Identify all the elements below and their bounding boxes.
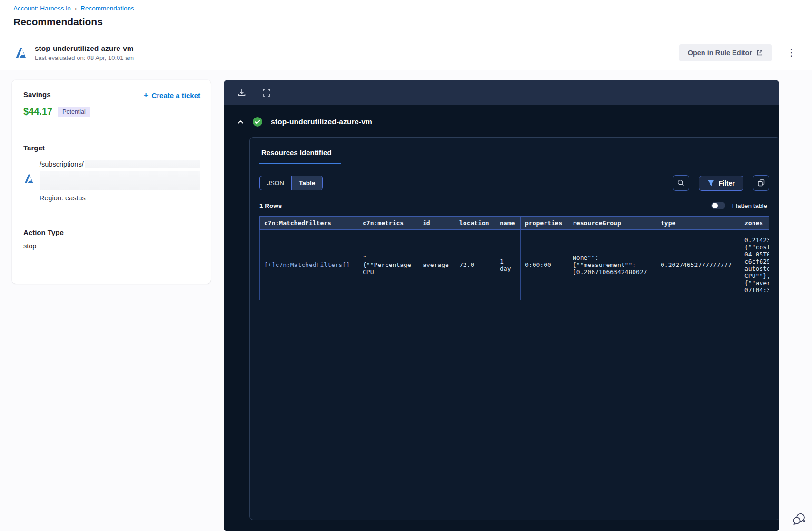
- action-type-label: Action Type: [23, 228, 200, 236]
- create-ticket-label: Create a ticket: [151, 91, 200, 99]
- matched-filters-expand-link[interactable]: [+]c7n:MatchedFilters[]: [260, 230, 358, 300]
- page-title: Recommendations: [13, 16, 799, 35]
- divider: [23, 216, 200, 216]
- cell-zones: 0.21423 {""cost 04-05T0 c6cf625 autosto …: [740, 230, 770, 300]
- recommendation-summary-card: Savings + Create a ticket $44.17 Potenti…: [12, 80, 211, 284]
- plus-icon: +: [144, 90, 149, 100]
- search-button[interactable]: [673, 175, 689, 191]
- panel-toolbar: [224, 80, 779, 105]
- redacted-subscription-id: [85, 160, 200, 168]
- redacted-subscription-id: [40, 171, 200, 190]
- column-header[interactable]: name: [495, 217, 521, 230]
- panel-body: stop-underutilized-azure-vm Resources Id…: [224, 105, 779, 531]
- external-link-icon: [756, 49, 763, 56]
- column-header[interactable]: zones: [740, 217, 770, 230]
- cell-location: 72.0: [455, 230, 495, 300]
- view-toggle: JSON Table: [259, 176, 323, 190]
- azure-icon: [23, 173, 34, 184]
- divider: [23, 131, 200, 131]
- kebab-menu-icon[interactable]: ⋮: [784, 46, 799, 59]
- target-label: Target: [23, 144, 200, 152]
- column-header[interactable]: id: [418, 217, 455, 230]
- copy-icon: [757, 179, 765, 187]
- column-header[interactable]: c7n:metrics: [358, 217, 418, 230]
- column-header[interactable]: location: [455, 217, 495, 230]
- search-icon: [677, 179, 685, 187]
- column-header[interactable]: c7n:MatchedFilters: [260, 217, 358, 230]
- results-table: c7n:MatchedFilters c7n:metrics id locati…: [259, 216, 769, 300]
- breadcrumb-separator-icon: ›: [75, 5, 77, 12]
- view-toggle-json[interactable]: JSON: [260, 176, 292, 190]
- tab-resources-identified[interactable]: Resources Identified: [259, 148, 341, 164]
- filter-label: Filter: [719, 179, 735, 187]
- column-header[interactable]: properties: [521, 217, 568, 230]
- toggle-knob: [712, 203, 718, 208]
- chat-help-icon[interactable]: [791, 511, 807, 527]
- content-area: Savings + Create a ticket $44.17 Potenti…: [0, 70, 812, 531]
- target-path: /subscriptions/: [40, 160, 84, 168]
- target-block: /subscriptions/ Region: eastus: [23, 160, 200, 202]
- potential-badge: Potential: [58, 107, 90, 117]
- rule-title-texts: stop-underutilized-azure-vm Last evaluat…: [35, 44, 134, 61]
- success-check-icon: [252, 117, 263, 127]
- cell-properties: 0:00:00: [521, 230, 568, 300]
- azure-icon: [14, 46, 27, 59]
- column-header[interactable]: resourceGroup: [568, 217, 656, 230]
- cell-type: 0.20274652777777777: [656, 230, 740, 300]
- evaluation-output-panel: stop-underutilized-azure-vm Resources Id…: [224, 80, 779, 531]
- savings-label: Savings: [23, 90, 51, 99]
- flatten-table-toggle[interactable]: [711, 202, 725, 209]
- resources-card: Resources Identified JSON Table: [249, 137, 779, 520]
- cell-resource-group: None"": {""measurement"": [0.20671066342…: [568, 230, 656, 300]
- rule-titlebar: stop-underutilized-azure-vm Last evaluat…: [0, 35, 812, 70]
- create-ticket-button[interactable]: + Create a ticket: [144, 90, 201, 100]
- breadcrumb: Account: Harness.io › Recommendations: [13, 5, 799, 12]
- rows-count: 1 Rows: [259, 202, 282, 209]
- breadcrumb-account-link[interactable]: Account: Harness.io: [13, 5, 71, 12]
- fullscreen-icon[interactable]: [262, 88, 271, 98]
- copy-button[interactable]: [753, 175, 769, 191]
- results-table-container: c7n:MatchedFilters c7n:metrics id locati…: [259, 216, 769, 300]
- rule-last-evaluated: Last evaluated on: 08 Apr, 10:01 am: [35, 54, 134, 61]
- filter-funnel-icon: [707, 180, 714, 187]
- chevron-up-icon[interactable]: [237, 118, 244, 126]
- savings-value: $44.17: [23, 106, 52, 117]
- view-toggle-table[interactable]: Table: [292, 176, 322, 190]
- topbar: Account: Harness.io › Recommendations Re…: [0, 0, 812, 35]
- panel-rule-title: stop-underutilized-azure-vm: [271, 118, 372, 126]
- table-header-row: c7n:MatchedFilters c7n:metrics id locati…: [260, 217, 770, 230]
- cell-name: 1 day: [495, 230, 521, 300]
- open-in-rule-editor-label: Open in Rule Editor: [688, 49, 752, 57]
- flatten-table-label: Flatten table: [732, 202, 767, 209]
- rule-name: stop-underutilized-azure-vm: [35, 44, 134, 53]
- target-region: Region: eastus: [40, 194, 200, 202]
- table-row: [+]c7n:MatchedFilters[] " {""Percentage …: [260, 230, 770, 300]
- download-icon[interactable]: [237, 88, 247, 98]
- open-in-rule-editor-button[interactable]: Open in Rule Editor: [679, 44, 772, 61]
- cell-id: average: [418, 230, 455, 300]
- filter-button[interactable]: Filter: [699, 176, 743, 191]
- cell-metrics: " {""Percentage CPU: [358, 230, 418, 300]
- breadcrumb-recommendations-link[interactable]: Recommendations: [80, 5, 134, 12]
- action-type-value: stop: [23, 242, 200, 250]
- column-header[interactable]: type: [656, 217, 740, 230]
